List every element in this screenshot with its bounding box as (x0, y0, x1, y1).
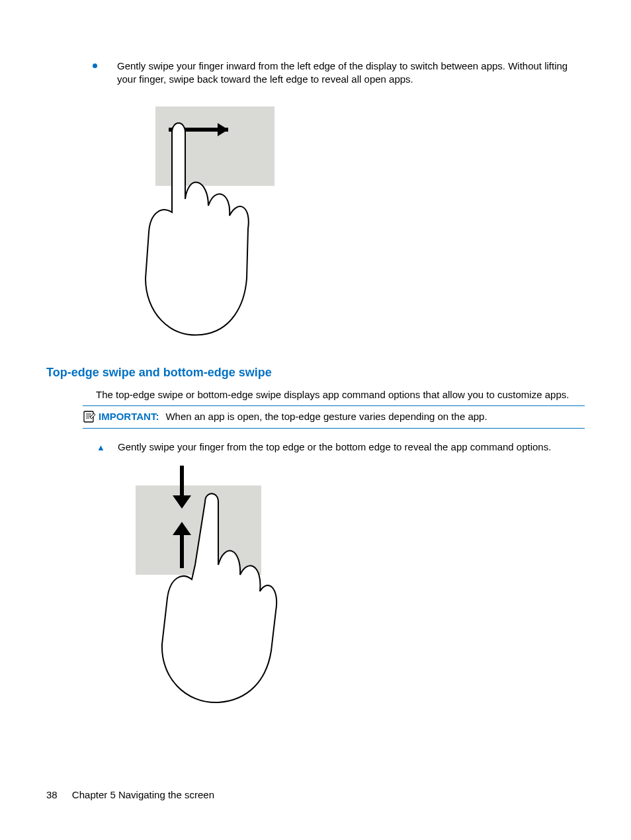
bullet-dot-icon (93, 63, 97, 68)
important-text: When an app is open, the top-edge gestur… (165, 410, 487, 423)
section-heading: Top-edge swipe and bottom-edge swipe (46, 364, 585, 380)
left-edge-swipe-gesture-illustration (116, 106, 585, 341)
step-list-item: ▲ Gently swipe your finger from the top … (97, 441, 585, 454)
step-triangle-icon: ▲ (97, 442, 118, 454)
important-note: IMPORTANT: When an app is open, the top-… (83, 405, 585, 428)
section-paragraph: The top-edge swipe or bottom-edge swipe … (96, 388, 585, 401)
step-text: Gently swipe your finger from the top ed… (118, 441, 585, 454)
important-label: IMPORTANT: (99, 410, 159, 423)
document-page: Gently swipe your finger inward from the… (0, 0, 631, 707)
bullet-text: Gently swipe your finger inward from the… (117, 60, 585, 87)
page-footer: 38 Chapter 5 Navigating the screen (46, 788, 214, 802)
note-icon (83, 410, 96, 423)
bullet-list-item: Gently swipe your finger inward from the… (93, 60, 585, 87)
chapter-label: Chapter 5 Navigating the screen (72, 789, 214, 800)
page-number: 38 (46, 789, 58, 800)
top-bottom-edge-swipe-gesture-illustration (116, 466, 585, 707)
